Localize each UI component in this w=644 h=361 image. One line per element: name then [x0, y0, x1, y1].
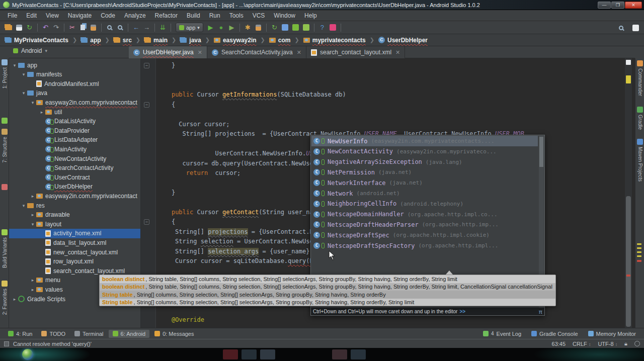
- tree-item-app[interactable]: ▾app: [9, 60, 141, 70]
- tool-button-maven[interactable]: Maven Projects: [635, 139, 644, 182]
- minimize-button[interactable]: —: [598, 2, 611, 9]
- help-icon[interactable]: ?: [317, 23, 327, 32]
- tree-item-easyway2in.com.myprivatecontact[interactable]: ▾easyway2in.com.myprivatecontact: [9, 98, 141, 107]
- compile-icon[interactable]: ⇊: [158, 23, 168, 32]
- tree-arrow-icon[interactable]: ▾: [12, 63, 17, 68]
- tree-item-row_layout.xml[interactable]: row_layout.xml: [9, 257, 141, 266]
- find-icon[interactable]: [105, 23, 114, 32]
- sync-gradle-icon[interactable]: ↻: [270, 23, 279, 32]
- fold-marker-icon[interactable]: −: [144, 219, 149, 225]
- breadcrumb-item-userdbhelper[interactable]: UserDbHelper: [377, 37, 429, 44]
- close-button[interactable]: ✕: [625, 2, 642, 9]
- sdk-manager-icon[interactable]: [291, 23, 300, 32]
- taskbar-app-icon[interactable]: [351, 349, 366, 359]
- tool-button-event-log[interactable]: 4Event Log: [479, 330, 525, 338]
- tree-item-AndroidManifest.xml[interactable]: AndroidManifest.xml: [9, 79, 141, 88]
- tool-button-messages[interactable]: 0: Messages: [150, 330, 198, 338]
- coverage-icon[interactable]: ▶: [227, 23, 236, 32]
- avd-manager-icon[interactable]: [301, 23, 311, 32]
- editor-tab-SearchContactActivity.java[interactable]: SearchContactActivity.java✕: [207, 46, 306, 58]
- tool-button-run[interactable]: 4: Run: [4, 330, 36, 338]
- breadcrumb-item-myprivatecontacts[interactable]: MyPrivateContacts: [4, 37, 69, 44]
- close-icon[interactable]: ✕: [198, 49, 202, 56]
- open-folder-icon[interactable]: [4, 23, 13, 32]
- editor-tab-search_contact_layout.xml[interactable]: search_contact_layout.xml✕: [306, 46, 405, 58]
- search-everywhere-icon[interactable]: [616, 23, 626, 32]
- tree-item-activity_home.xml[interactable]: activity_home.xml: [9, 229, 141, 238]
- taskbar-app-icon[interactable]: [260, 349, 275, 359]
- tree-item-DataListActivity[interactable]: DataListActivity: [9, 117, 141, 126]
- scrollbar-thumb[interactable]: [626, 196, 631, 327]
- menu-item-refactor[interactable]: Refactor: [150, 11, 182, 20]
- completion-item-NewContactActivity[interactable]: NewContactActivity(easyway2in.com.mypriv…: [311, 146, 538, 157]
- tool-button-memory-monitor[interactable]: Memory Monitor: [584, 330, 640, 338]
- menu-item-file[interactable]: File: [3, 11, 22, 20]
- tree-item-manifests[interactable]: ▾manifests: [9, 70, 141, 79]
- breadcrumb-item-com[interactable]: com: [268, 37, 292, 44]
- tool-button-changes[interactable]: [0, 118, 9, 124]
- taskbar-app-icon[interactable]: [223, 349, 238, 359]
- completion-item-NetscapeDraftSpecFactory[interactable]: NetscapeDraftSpecFactory(org.apache.http…: [311, 240, 538, 251]
- caret-position[interactable]: 63:45: [552, 341, 566, 347]
- redo-icon[interactable]: ↷: [51, 23, 61, 32]
- completion-item-NetscapeDomainHandler[interactable]: NetscapeDomainHandler(org.apache.http.im…: [311, 209, 538, 220]
- replace-icon[interactable]: [115, 23, 125, 32]
- tree-item-drawable[interactable]: ▸drawable: [9, 210, 141, 220]
- cut-icon[interactable]: ✂: [67, 23, 77, 32]
- fold-marker-icon[interactable]: −: [144, 102, 149, 108]
- breadcrumb-item-easyway2in[interactable]: easyway2in: [213, 37, 258, 44]
- menu-item-tools[interactable]: Tools: [225, 11, 248, 20]
- popup-hint-link[interactable]: >>: [459, 309, 465, 314]
- tool-button-gradle[interactable]: Gradle: [635, 107, 644, 130]
- menu-item-vcs[interactable]: VCS: [248, 11, 270, 20]
- tree-item-java[interactable]: ▾java: [9, 88, 141, 98]
- close-icon[interactable]: ✕: [297, 49, 301, 56]
- tree-arrow-icon[interactable]: ▸: [12, 297, 17, 302]
- settings-wrench-icon[interactable]: ✱: [243, 23, 253, 32]
- menu-item-analyze[interactable]: Analyze: [120, 11, 150, 20]
- tree-item-UserDbHelper[interactable]: UserDbHelper: [9, 182, 141, 192]
- panel-icon[interactable]: [631, 23, 640, 32]
- sync-icon[interactable]: ↻: [25, 23, 34, 32]
- tree-item-new_contact_layout.xml[interactable]: new_contact_layout.xml: [9, 247, 141, 257]
- completion-item-NetworkInterface[interactable]: NetworkInterface(java.net): [311, 177, 538, 188]
- menu-item-help[interactable]: Help: [300, 11, 321, 20]
- tool-button-commander[interactable]: Commander: [635, 60, 644, 96]
- tool-button-todo[interactable]: TODO: [37, 330, 69, 338]
- completion-item-NetscapeDraftHeaderParser[interactable]: NetscapeDraftHeaderParser(org.apache.htt…: [311, 219, 538, 230]
- tree-item-res[interactable]: ▾res: [9, 201, 141, 210]
- run-icon[interactable]: ▶: [206, 23, 215, 32]
- menu-item-run[interactable]: Run: [205, 11, 225, 20]
- tool-button-android[interactable]: 6: Android: [109, 330, 150, 338]
- taskbar-app-icon[interactable]: [242, 349, 257, 359]
- tree-item-data_list_layout.xml[interactable]: data_list_layout.xml: [9, 238, 141, 247]
- tree-item-util[interactable]: ▸util: [9, 107, 141, 117]
- maximize-button[interactable]: ❐: [611, 2, 624, 9]
- menu-item-view[interactable]: View: [41, 11, 63, 20]
- tree-arrow-icon[interactable]: ▸: [39, 110, 44, 115]
- completion-item-Network[interactable]: Network(android.net): [311, 188, 538, 199]
- breadcrumb-item-main[interactable]: main: [143, 37, 169, 44]
- tool-button-terminal[interactable]: Terminal: [70, 330, 108, 338]
- undo-icon[interactable]: ↶: [41, 23, 50, 32]
- tree-item-DataProvider[interactable]: DataProvider: [9, 126, 141, 135]
- tree-item-MainActivity[interactable]: MainActivity: [9, 144, 141, 154]
- tree-item-NewContactActivity[interactable]: NewContactActivity: [9, 154, 141, 163]
- menu-item-window[interactable]: Window: [269, 11, 300, 20]
- run-configuration-selector[interactable]: app▾: [176, 23, 203, 32]
- menu-item-code[interactable]: Code: [96, 11, 120, 20]
- start-button[interactable]: [22, 349, 33, 360]
- lock-icon[interactable]: 🔒︎: [624, 340, 627, 347]
- save-all-icon[interactable]: [14, 23, 24, 32]
- tree-item-layout[interactable]: ▾layout: [9, 219, 141, 229]
- editor-tab-UserDbHelper.java[interactable]: UserDbHelper.java✕: [129, 46, 207, 58]
- project-structure-icon[interactable]: [254, 23, 263, 32]
- tool-button-gradle-console[interactable]: Gradle Console: [527, 330, 582, 338]
- debug-icon[interactable]: ●: [216, 23, 226, 32]
- scrollbar-top-button[interactable]: [626, 60, 631, 65]
- tool-button-build-variants[interactable]: Build Variants: [0, 229, 9, 268]
- capture-icon[interactable]: [328, 23, 338, 32]
- tree-arrow-icon[interactable]: ▸: [30, 212, 35, 217]
- tree-item-ListDataAdapter[interactable]: ListDataAdapter: [9, 135, 141, 145]
- tree-arrow-icon[interactable]: ▾: [21, 72, 26, 77]
